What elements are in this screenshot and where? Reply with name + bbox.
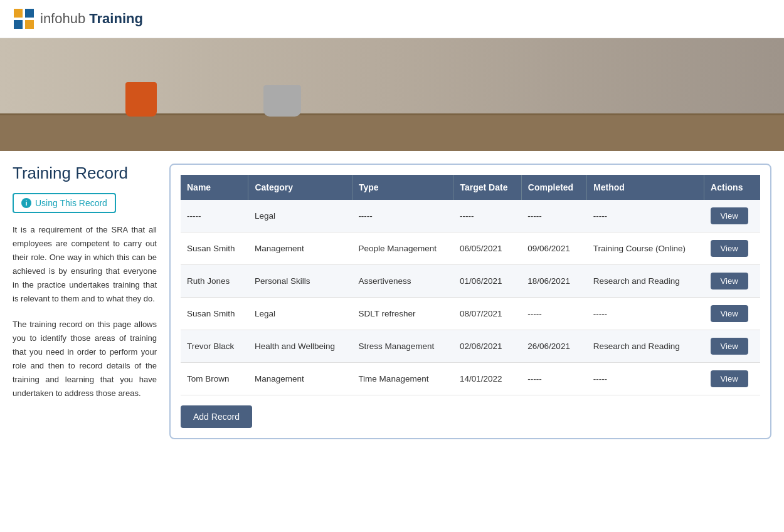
table-cell: Assertiveness bbox=[352, 265, 453, 298]
table-cell: 14/01/2022 bbox=[453, 363, 521, 395]
table-cell: ----- bbox=[453, 200, 521, 232]
col-completed: Completed bbox=[521, 175, 586, 200]
table-cell: SDLT refresher bbox=[352, 298, 453, 330]
col-type: Type bbox=[352, 175, 453, 200]
left-panel: Training Record i Using This Record It i… bbox=[13, 164, 157, 439]
coffee-mug-grey bbox=[263, 85, 301, 117]
table-action-cell: View bbox=[704, 330, 760, 363]
desk-surface bbox=[0, 113, 784, 151]
table-cell: 08/07/2021 bbox=[453, 298, 521, 330]
table-cell: Tom Brown bbox=[181, 363, 248, 395]
logo-brand: Training bbox=[89, 11, 143, 26]
table-cell: Legal bbox=[248, 298, 352, 330]
table-cell: Training Course (Online) bbox=[587, 232, 704, 265]
table-cell: 01/06/2021 bbox=[453, 265, 521, 298]
table-cell: ----- bbox=[587, 363, 704, 395]
table-cell: ----- bbox=[587, 200, 704, 232]
table-row: Tom BrownManagementTime Management14/01/… bbox=[181, 363, 760, 395]
right-panel: Name Category Type Target Date Completed… bbox=[169, 164, 771, 439]
table-header-row: Name Category Type Target Date Completed… bbox=[181, 175, 760, 200]
using-record-label: Using This Record bbox=[35, 198, 107, 208]
table-cell: 26/06/2021 bbox=[521, 330, 586, 363]
view-button[interactable]: View bbox=[711, 240, 748, 257]
banner: 🎓 E-learning - - → bbox=[0, 38, 784, 151]
table-action-cell: View bbox=[704, 298, 760, 330]
table-cell: 09/06/2021 bbox=[521, 232, 586, 265]
table-cell: Management bbox=[248, 232, 352, 265]
table-cell: ----- bbox=[181, 200, 248, 232]
training-table: Name Category Type Target Date Completed… bbox=[181, 175, 760, 395]
table-row: Ruth JonesPersonal SkillsAssertiveness01… bbox=[181, 265, 760, 298]
view-button[interactable]: View bbox=[711, 207, 748, 224]
view-button[interactable]: View bbox=[711, 370, 748, 387]
table-cell: ----- bbox=[521, 298, 586, 330]
table-header: Name Category Type Target Date Completed… bbox=[181, 175, 760, 200]
table-cell: Research and Reading bbox=[587, 330, 704, 363]
header: infohub Training bbox=[0, 0, 784, 38]
banner-desk bbox=[0, 38, 784, 151]
description-para2: The training record on this page allows … bbox=[13, 318, 157, 401]
table-cell: Susan Smith bbox=[181, 232, 248, 265]
table-cell: Trevor Black bbox=[181, 330, 248, 363]
table-cell: ----- bbox=[352, 200, 453, 232]
coffee-mug-orange bbox=[125, 82, 157, 117]
info-icon: i bbox=[21, 198, 31, 208]
table-cell: Legal bbox=[248, 200, 352, 232]
view-button[interactable]: View bbox=[711, 273, 748, 289]
table-row: -----Legal--------------------View bbox=[181, 200, 760, 232]
table-cell: Personal Skills bbox=[248, 265, 352, 298]
table-cell: 18/06/2021 bbox=[521, 265, 586, 298]
table-action-cell: View bbox=[704, 232, 760, 265]
svg-rect-1 bbox=[25, 9, 34, 18]
table-cell: 06/05/2021 bbox=[453, 232, 521, 265]
description-para1: It is a requirement of the SRA that all … bbox=[13, 223, 157, 306]
main-content: Training Record i Using This Record It i… bbox=[0, 151, 784, 452]
table-cell: ----- bbox=[521, 200, 586, 232]
svg-rect-2 bbox=[14, 20, 23, 29]
table-body: -----Legal--------------------ViewSusan … bbox=[181, 200, 760, 395]
table-row: Susan SmithLegalSDLT refresher08/07/2021… bbox=[181, 298, 760, 330]
table-cell: Health and Wellbeing bbox=[248, 330, 352, 363]
page-title: Training Record bbox=[13, 164, 157, 183]
table-cell: Stress Management bbox=[352, 330, 453, 363]
table-cell: ----- bbox=[521, 363, 586, 395]
table-cell: Ruth Jones bbox=[181, 265, 248, 298]
table-row: Trevor BlackHealth and WellbeingStress M… bbox=[181, 330, 760, 363]
svg-rect-3 bbox=[25, 20, 34, 29]
table-cell: ----- bbox=[587, 298, 704, 330]
col-category: Category bbox=[248, 175, 352, 200]
table-cell: Susan Smith bbox=[181, 298, 248, 330]
table-row: Susan SmithManagementPeople Management06… bbox=[181, 232, 760, 265]
view-button[interactable]: View bbox=[711, 305, 748, 322]
add-record-button[interactable]: Add Record bbox=[181, 405, 252, 428]
table-action-cell: View bbox=[704, 200, 760, 232]
table-cell: Research and Reading bbox=[587, 265, 704, 298]
table-action-cell: View bbox=[704, 363, 760, 395]
table-action-cell: View bbox=[704, 265, 760, 298]
table-cell: 02/06/2021 bbox=[453, 330, 521, 363]
view-button[interactable]: View bbox=[711, 338, 748, 355]
col-name: Name bbox=[181, 175, 248, 200]
logo-icon bbox=[13, 8, 35, 30]
table-cell: Management bbox=[248, 363, 352, 395]
table-cell: People Management bbox=[352, 232, 453, 265]
using-record-button[interactable]: i Using This Record bbox=[13, 193, 116, 213]
svg-rect-0 bbox=[14, 9, 23, 18]
logo: infohub Training bbox=[13, 8, 143, 30]
col-target-date: Target Date bbox=[453, 175, 521, 200]
col-method: Method bbox=[587, 175, 704, 200]
table-cell: Time Management bbox=[352, 363, 453, 395]
logo-prefix: infohub bbox=[40, 11, 85, 26]
logo-text: infohub Training bbox=[40, 11, 143, 27]
col-actions: Actions bbox=[704, 175, 760, 200]
